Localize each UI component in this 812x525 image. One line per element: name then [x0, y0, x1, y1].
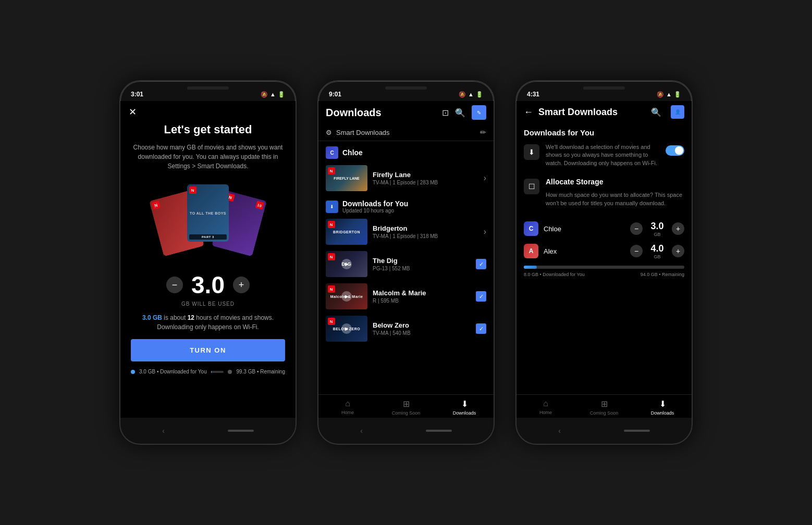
bottom-nav-3: ⌂ Home ⊞ Coming Soon ⬇ Downloads	[516, 394, 692, 418]
alex-gb-value: 4.0	[647, 243, 668, 254]
smart-downloads-header: ← Smart Downloads 🔍 👤	[516, 101, 692, 123]
list-item[interactable]: N DIG ▶ The Dig PG-13 | 552 MB ✓	[318, 248, 494, 280]
item-title: Malcolm & Marie	[373, 289, 471, 297]
profile-icon[interactable]: ✎	[472, 105, 486, 120]
coming-soon-icon: ⊞	[601, 399, 608, 409]
turn-on-button[interactable]: TURN ON	[131, 339, 285, 361]
screen-downloads: Downloads ⊡ 🔍 ✎ ⚙ Smart Downloads ✏	[318, 101, 494, 418]
item-title: Below Zero	[373, 321, 471, 329]
downloads-for-you-option: ⬇ We'll download a selection of movies a…	[524, 143, 684, 167]
status-bar-1: 3:01 🔕 ▲ 🔋	[120, 81, 296, 101]
status-bar-3: 4:31 🔕 ▲ 🔋	[516, 81, 692, 101]
poster-collage: N N TO ALL THE BOYS PART 3 N 10	[156, 179, 260, 262]
home-icon: ⌂	[345, 399, 350, 408]
home-indicator	[228, 430, 254, 432]
dig-thumb: N DIG ▶	[326, 251, 367, 277]
phone-smart-downloads: 4:31 🔕 ▲ 🔋 ← Smart Downloads 🔍 👤 Downloa…	[515, 80, 693, 445]
storage-track	[211, 371, 224, 373]
status-bar-2: 9:01 🔕 ▲ 🔋	[318, 81, 494, 101]
chloe-decrease-button[interactable]: −	[630, 222, 643, 235]
status-icons-1: 🔕 ▲ 🔋	[261, 91, 285, 98]
downloads-icon: ⬇	[659, 399, 666, 409]
downloads-title: Downloads	[326, 107, 382, 119]
chloe-avatar: C	[524, 221, 538, 236]
page-description: Choose how many GB of movies and shows y…	[131, 143, 285, 171]
screen-smart-downloads: ← Smart Downloads 🔍 👤 Downloads for You …	[516, 101, 692, 418]
nav-coming-soon-3[interactable]: ⊞ Coming Soon	[575, 399, 633, 416]
option1-desc: We'll download a selection of movies and…	[546, 143, 659, 167]
back-button[interactable]: ‹	[360, 427, 363, 435]
download-checkbox[interactable]: ✓	[476, 259, 486, 269]
used-dot	[131, 370, 135, 374]
list-item[interactable]: N FIREFLY LANE Firefly Lane TV-MA | 1 Ep…	[318, 162, 494, 194]
dfy-icon: ⬇	[326, 201, 338, 213]
downloads-list: C Chloe N FIREFLY LANE Firefly Lane TV-M…	[318, 141, 494, 394]
chloe-avatar: C	[326, 146, 338, 159]
netflix-logo-icon: N	[189, 186, 196, 194]
phone-downloads: 9:01 🔕 ▲ 🔋 Downloads ⊡ 🔍 ✎ ⚙	[317, 80, 495, 445]
home-indicator	[426, 430, 452, 432]
alex-name: Alex	[544, 247, 625, 255]
item-meta: PG-13 | 552 MB	[373, 266, 471, 271]
back-button[interactable]: ←	[524, 107, 533, 118]
edit-icon[interactable]: ✏	[480, 128, 486, 136]
allocate-storage-desc: How much space do you want to allocate? …	[546, 191, 684, 207]
storage-bar-fill	[524, 266, 537, 269]
alex-increase-button[interactable]: +	[672, 245, 684, 257]
chloe-name: Chloe	[544, 225, 625, 233]
back-button[interactable]: ‹	[162, 427, 165, 435]
chevron-right-icon: ›	[484, 173, 486, 183]
allocate-storage-title: Allocate Storage	[546, 178, 684, 186]
chloe-gb-value: 3.0	[647, 221, 668, 232]
chloe-storage-row: C Chloe − 3.0 GB +	[524, 221, 684, 237]
alex-decrease-button[interactable]: −	[630, 245, 643, 257]
profile-header-chloe: C Chloe	[318, 141, 494, 162]
home-indicator	[624, 430, 650, 432]
malcolm-thumb: N Malcolm & Marie ▶	[326, 283, 367, 309]
poster-label: PART 3	[189, 234, 227, 240]
close-button[interactable]: ✕	[129, 106, 137, 118]
nav-coming-soon[interactable]: ⊞ Coming Soon	[377, 399, 435, 416]
list-item[interactable]: N BRIDGERTON Bridgerton TV-MA | 1 Episod…	[318, 216, 494, 248]
download-checkbox[interactable]: ✓	[476, 323, 486, 334]
search-icon[interactable]: 🔍	[651, 107, 661, 117]
back-button[interactable]: ‹	[558, 427, 561, 435]
item-meta: R | 595 MB	[373, 298, 471, 304]
poster-badge: 10	[255, 201, 264, 209]
storage-bar: 3.0 GB • Downloaded for You 99.3 GB • Re…	[131, 369, 285, 374]
storage-used-label: 8.0 GB • Downloaded for You	[524, 272, 585, 277]
cast-icon[interactable]: ⊡	[442, 108, 449, 118]
chloe-stepper: − 3.0 GB +	[630, 221, 684, 237]
download-checkbox[interactable]: ✓	[476, 291, 486, 302]
alex-storage-row: A Alex − 4.0 GB +	[524, 243, 684, 259]
storage-option-icon: ☐	[524, 179, 539, 194]
remaining-dot	[228, 370, 232, 374]
nav-home[interactable]: ⌂ Home	[318, 399, 377, 416]
downloads-icon: ⬇	[461, 399, 468, 409]
phone-get-started: 3:01 🔕 ▲ 🔋 ✕ Let's get started Choose ho…	[119, 80, 297, 445]
list-item[interactable]: N BELOW ZERO ▶ Below Zero TV-MA | 540 MB…	[318, 312, 494, 345]
decrease-gb-button[interactable]: −	[166, 277, 183, 293]
storage-bar-track	[524, 266, 684, 269]
nav-downloads-3[interactable]: ⬇ Downloads	[633, 399, 692, 416]
nav-downloads[interactable]: ⬇ Downloads	[435, 399, 494, 416]
section-title: Downloads for You	[524, 128, 684, 137]
bridgerton-thumb: N BRIDGERTON	[326, 219, 367, 245]
allocate-storage-section: ☐ Allocate Storage How much space do you…	[524, 178, 684, 277]
alex-avatar: A	[524, 244, 538, 258]
nav-home-3[interactable]: ⌂ Home	[516, 399, 575, 416]
storage-bar-container: 8.0 GB • Downloaded for You 94.0 GB • Re…	[524, 266, 684, 277]
storage-bar-labels: 8.0 GB • Downloaded for You 94.0 GB • Re…	[524, 272, 684, 277]
profile-icon[interactable]: 👤	[671, 105, 684, 119]
list-item[interactable]: N Malcolm & Marie ▶ Malcolm & Marie R | …	[318, 280, 494, 312]
search-icon[interactable]: 🔍	[455, 108, 465, 118]
downloads-toggle[interactable]	[666, 145, 684, 156]
status-icons-3: 🔕 ▲ 🔋	[657, 91, 681, 98]
belowzero-thumb: N BELOW ZERO ▶	[326, 316, 367, 342]
chloe-name: Chloe	[342, 148, 363, 157]
smart-downloads-bar: ⚙ Smart Downloads ✏	[318, 124, 494, 141]
smart-downloads-label[interactable]: Smart Downloads	[336, 129, 390, 136]
chloe-increase-button[interactable]: +	[672, 222, 684, 235]
time-3: 4:31	[527, 91, 539, 98]
increase-gb-button[interactable]: +	[233, 277, 250, 293]
